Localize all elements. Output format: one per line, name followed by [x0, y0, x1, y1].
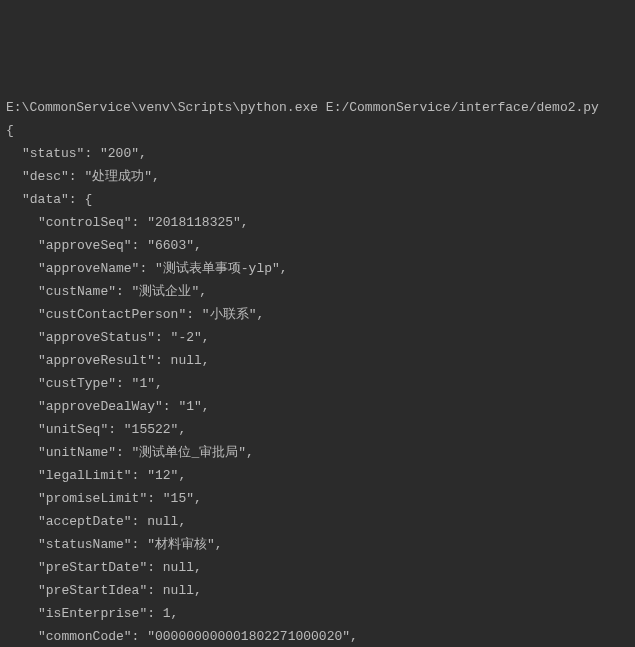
output-line: "promiseLimit": "15", — [6, 487, 629, 510]
console-output: E:\CommonService\venv\Scripts\python.exe… — [6, 96, 629, 647]
output-line: "approveSeq": "6603", — [6, 234, 629, 257]
output-line: "custName": "测试企业", — [6, 280, 629, 303]
output-line: "legalLimit": "12", — [6, 464, 629, 487]
output-line: "desc": "处理成功", — [6, 165, 629, 188]
output-line: "status": "200", — [6, 142, 629, 165]
output-line: { — [6, 119, 629, 142]
output-line: "approveName": "测试表单事项-ylp", — [6, 257, 629, 280]
output-line: "acceptDate": null, — [6, 510, 629, 533]
output-line: "controlSeq": "2018118325", — [6, 211, 629, 234]
output-line: "data": { — [6, 188, 629, 211]
output-line: "preStartDate": null, — [6, 556, 629, 579]
output-line: "isEnterprise": 1, — [6, 602, 629, 625]
output-line: "commonCode": "000000000001802271000020"… — [6, 625, 629, 647]
output-line: "unitName": "测试单位_审批局", — [6, 441, 629, 464]
output-line: "unitSeq": "15522", — [6, 418, 629, 441]
output-line: "custContactPerson": "小联系", — [6, 303, 629, 326]
output-line: "preStartIdea": null, — [6, 579, 629, 602]
output-line: "approveDealWay": "1", — [6, 395, 629, 418]
output-line: "approveStatus": "-2", — [6, 326, 629, 349]
output-line: "approveResult": null, — [6, 349, 629, 372]
output-line: "statusName": "材料审核", — [6, 533, 629, 556]
output-line: "custType": "1", — [6, 372, 629, 395]
output-line: E:\CommonService\venv\Scripts\python.exe… — [6, 96, 629, 119]
